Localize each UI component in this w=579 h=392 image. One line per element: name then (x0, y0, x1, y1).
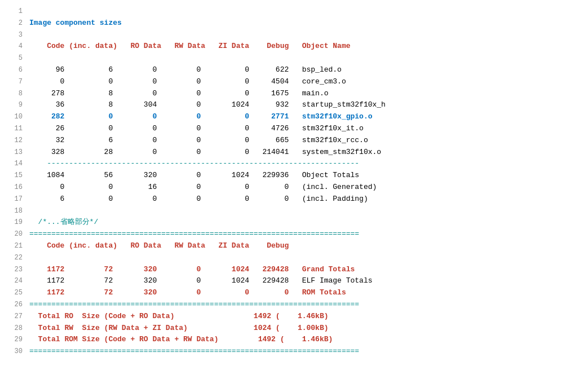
line-number: 29 (9, 334, 23, 345)
code-line: 14 -------------------------------------… (9, 158, 570, 170)
line-content: 328 28 0 0 0 214041 system_stm32f10x.o (29, 147, 381, 158)
code-line: 30======================================… (9, 346, 570, 358)
line-content: 0 0 0 0 0 4504 core_cm3.o (29, 76, 346, 88)
text-segment: 32 6 0 0 0 665 stm32f10x_rcc.o (29, 136, 368, 144)
line-content: 282 0 0 0 0 2771 stm32f10x_gpio.o (29, 111, 373, 123)
text-segment: 1084 56 320 0 1024 229936 Object Totals (29, 171, 359, 179)
line-number: 12 (9, 135, 23, 146)
line-number: 4 (9, 41, 23, 52)
line-number: 22 (9, 253, 23, 263)
line-number: 20 (9, 229, 23, 240)
line-content: 6 0 0 0 0 0 (incl. Padding) (29, 193, 368, 205)
line-content (29, 205, 34, 217)
text-segment: 0 0 16 0 0 0 (incl. Generated) (29, 183, 377, 191)
line-number: 30 (9, 346, 23, 357)
code-line: 20======================================… (9, 228, 570, 240)
text-segment: ========================================… (29, 347, 359, 355)
code-line: 21 Code (inc. data) RO Data RW Data ZI D… (9, 240, 570, 252)
line-number: 14 (9, 158, 23, 169)
line-content: ----------------------------------------… (29, 158, 359, 170)
line-number: 3 (9, 30, 23, 41)
line-number: 11 (9, 124, 23, 134)
line-number: 9 (9, 100, 23, 111)
line-content: Total ROM Size (Code + RO Data + RW Data… (29, 334, 333, 346)
code-line: 23 1172 72 320 0 1024 229428 Grand Total… (9, 264, 570, 276)
code-line: 29 Total ROM Size (Code + RO Data + RW D… (9, 334, 570, 346)
text-segment: Code (inc. data) RO Data RW Data ZI Data… (29, 42, 351, 50)
text-segment: 328 28 0 0 0 214041 system_stm32f10x.o (29, 148, 381, 156)
code-line: 18 (9, 205, 570, 217)
line-content: 1084 56 320 0 1024 229936 Object Totals (29, 170, 359, 182)
code-line: 16 0 0 16 0 0 0 (incl. Generated) (9, 182, 570, 193)
text-segment: Image component sizes (29, 19, 122, 27)
line-content (29, 52, 34, 64)
line-number: 16 (9, 182, 23, 193)
line-content: ========================================… (29, 228, 359, 240)
line-number: 8 (9, 89, 23, 99)
line-content: ========================================… (29, 299, 359, 311)
line-content: 1172 72 320 0 0 0 ROM Totals (29, 287, 346, 299)
text-segment: Total RW Size (RW Data + ZI Data) 1024 (… (29, 324, 329, 332)
line-number: 27 (9, 311, 23, 322)
code-line: 3 (9, 29, 570, 41)
line-number: 1 (9, 6, 23, 17)
line-content: 36 8 304 0 1024 932 startup_stm32f10x_h (29, 99, 386, 111)
line-number: 17 (9, 194, 23, 205)
code-line: 24 1172 72 320 0 1024 229428 ELF Image T… (9, 275, 570, 287)
line-content: 1172 72 320 0 1024 229428 ELF Image Tota… (29, 275, 373, 287)
code-line: 6 96 6 0 0 0 622 bsp_led.o (9, 64, 570, 76)
code-line: 13 328 28 0 0 0 214041 system_stm32f10x.… (9, 147, 570, 158)
code-line: 25 1172 72 320 0 0 0 ROM Totals (9, 287, 570, 299)
line-number: 24 (9, 276, 23, 287)
line-number: 21 (9, 241, 23, 252)
code-line: 27 Total RO Size (Code + RO Data) 1492 (… (9, 311, 570, 323)
code-line: 22 (9, 252, 570, 264)
line-content: 1172 72 320 0 1024 229428 Grand Totals (29, 264, 355, 276)
code-line: 28 Total RW Size (RW Data + ZI Data) 102… (9, 323, 570, 334)
text-segment: 278 8 0 0 0 1675 main.o (29, 89, 329, 98)
line-number: 10 (9, 112, 23, 122)
code-line: 10 282 0 0 0 0 2771 stm32f10x_gpio.o (9, 111, 570, 123)
text-segment: ========================================… (29, 230, 359, 238)
code-line: 11 26 0 0 0 0 4726 stm32f10x_it.o (9, 123, 570, 135)
line-number: 28 (9, 323, 23, 334)
text-segment: 1172 72 320 0 1024 229428 Grand Totals (29, 265, 355, 274)
line-number: 7 (9, 77, 23, 87)
line-content: Total RW Size (RW Data + ZI Data) 1024 (… (29, 323, 329, 334)
code-line: 17 6 0 0 0 0 0 (incl. Padding) (9, 193, 570, 205)
code-line: 19 /*...省略部分*/ (9, 217, 570, 228)
line-content: Code (inc. data) RO Data RW Data ZI Data… (29, 41, 351, 52)
text-segment: 282 0 0 0 0 2771 stm32f10x_gpio.o (29, 112, 373, 121)
line-number: 19 (9, 217, 23, 228)
line-content: Code (inc. data) RO Data RW Data ZI Data… (29, 240, 289, 252)
line-content: 278 8 0 0 0 1675 main.o (29, 88, 329, 100)
code-line: 9 36 8 304 0 1024 932 startup_stm32f10x_… (9, 99, 570, 111)
text-segment: 1172 72 320 0 0 0 ROM Totals (29, 288, 346, 297)
code-line: 4 Code (inc. data) RO Data RW Data ZI Da… (9, 41, 570, 52)
text-segment: ----------------------------------------… (29, 159, 359, 168)
text-segment: 96 6 0 0 0 622 bsp_led.o (29, 65, 342, 74)
code-line: 26======================================… (9, 299, 570, 311)
text-segment: 6 0 0 0 0 0 (incl. Padding) (29, 195, 368, 203)
text-segment: Total RO Size (Code + RO Data) 1492 ( 1.… (29, 312, 329, 320)
text-segment: 36 8 304 0 1024 932 startup_stm32f10x_h (29, 100, 386, 109)
code-line: 12 32 6 0 0 0 665 stm32f10x_rcc.o (9, 135, 570, 147)
line-content: 0 0 16 0 0 0 (incl. Generated) (29, 182, 377, 193)
line-content: Image component sizes (29, 17, 122, 29)
line-content: ========================================… (29, 346, 359, 358)
line-content: /*...省略部分*/ (29, 217, 98, 228)
code-container: 1 2Image component sizes3 4 Code (inc. d… (9, 6, 570, 358)
code-line: 1 (9, 6, 570, 17)
line-content: Total RO Size (Code + RO Data) 1492 ( 1.… (29, 311, 329, 323)
text-segment: Code (inc. data) RO Data RW Data ZI Data… (29, 241, 289, 250)
code-line: 7 0 0 0 0 0 4504 core_cm3.o (9, 76, 570, 88)
code-line: 5 (9, 52, 570, 64)
line-number: 23 (9, 265, 23, 275)
text-segment: /*...省略部分*/ (29, 218, 98, 226)
line-number: 18 (9, 206, 23, 217)
text-segment: 1172 72 320 0 1024 229428 ELF Image Tota… (29, 276, 373, 285)
line-number: 5 (9, 53, 23, 64)
line-number: 6 (9, 65, 23, 76)
text-segment: ========================================… (29, 300, 359, 309)
line-content (29, 6, 34, 17)
